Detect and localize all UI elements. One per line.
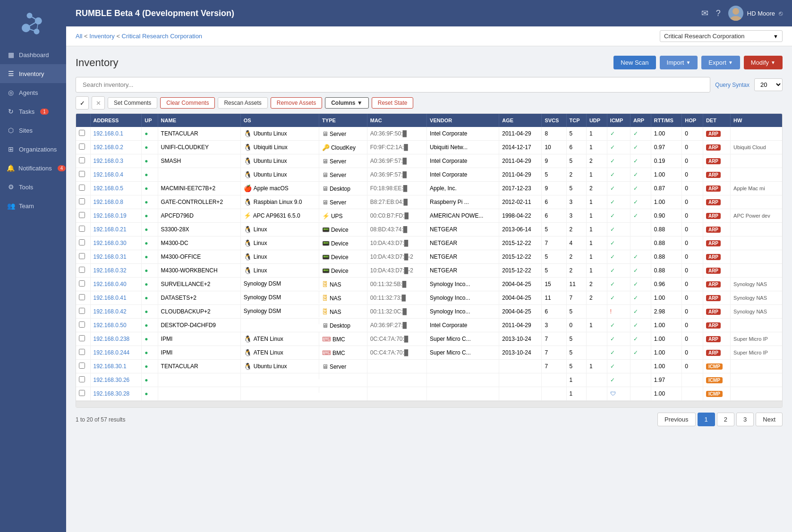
sidebar-item-organizations[interactable]: ⊞ Organizations [0, 140, 66, 159]
col-age[interactable]: AGE [499, 114, 542, 127]
email-icon[interactable]: ✉ [701, 8, 708, 18]
row-checkbox[interactable] [79, 239, 85, 245]
cell-address[interactable]: 192.168.0.31 [90, 250, 142, 264]
row-checkbox[interactable] [79, 267, 85, 273]
page-size-select[interactable]: 20 50 100 [754, 78, 783, 91]
rescan-assets-button[interactable]: Rescan Assets [218, 97, 267, 109]
col-mac[interactable]: MAC [367, 114, 426, 127]
remove-assets-button[interactable]: Remove Assets [271, 97, 322, 109]
breadcrumb-sep2: < [115, 33, 122, 40]
col-address[interactable]: ADDRESS [90, 114, 142, 127]
col-name[interactable]: NAME [158, 114, 240, 127]
sidebar-item-dashboard[interactable]: ▦ Dashboard [0, 45, 66, 64]
breadcrumb-org[interactable]: Critical Research Corporation [122, 33, 203, 40]
cell-address[interactable]: 192.168.0.19 [90, 209, 142, 223]
row-checkbox[interactable] [79, 253, 85, 259]
row-checkbox[interactable] [79, 198, 85, 204]
sidebar-item-notifications[interactable]: 🔔 Notifications 4 [0, 159, 66, 177]
sidebar-item-sites[interactable]: ⬡ Sites [0, 121, 66, 140]
cell-address[interactable]: 192.168.0.21 [90, 223, 142, 236]
sidebar-item-team[interactable]: 👥 Team [0, 196, 66, 215]
row-checkbox[interactable] [79, 376, 85, 382]
col-vendor[interactable]: VENDOR [427, 114, 499, 127]
col-hop[interactable]: HOP [682, 114, 703, 127]
col-os[interactable]: OS [240, 114, 319, 127]
col-rtt[interactable]: RTT/MS [651, 114, 681, 127]
row-checkbox[interactable] [79, 280, 85, 287]
col-svcs[interactable]: SVCS [542, 114, 566, 127]
cell-hop: 0 [682, 291, 703, 305]
cell-address[interactable]: 192.168.0.238 [90, 332, 142, 346]
row-checkbox[interactable] [79, 212, 85, 218]
cell-address[interactable]: 192.168.30.1 [90, 360, 142, 373]
cell-rtt: 0.88 [651, 236, 681, 250]
cell-address[interactable]: 192.168.0.8 [90, 195, 142, 209]
sidebar-item-agents[interactable]: ◎ Agents [0, 83, 66, 102]
row-checkbox[interactable] [79, 130, 85, 136]
cell-address[interactable]: 192.168.0.30 [90, 236, 142, 250]
breadcrumb-inventory[interactable]: Inventory [89, 33, 114, 40]
row-checkbox[interactable] [79, 157, 85, 163]
set-comments-button[interactable]: Set Comments [108, 97, 157, 109]
cell-address[interactable]: 192.168.0.2 [90, 141, 142, 154]
row-checkbox[interactable] [79, 294, 85, 300]
cell-address[interactable]: 192.168.0.3 [90, 154, 142, 168]
row-checkbox[interactable] [79, 390, 85, 396]
row-checkbox[interactable] [79, 335, 85, 341]
sidebar-item-label: Dashboard [19, 51, 49, 59]
cell-address[interactable]: 192.168.0.5 [90, 182, 142, 195]
col-icmp[interactable]: ICMP [607, 114, 630, 127]
cell-address[interactable]: 192.168.0.50 [90, 319, 142, 332]
columns-button[interactable]: Columns ▼ [325, 97, 369, 109]
page-1-button[interactable]: 1 [698, 413, 715, 426]
new-scan-button[interactable]: New Scan [613, 56, 656, 69]
row-checkbox[interactable] [79, 185, 85, 191]
export-button[interactable]: Export ▼ [701, 56, 740, 69]
deselect-button[interactable]: ✕ [92, 96, 105, 110]
help-icon[interactable]: ? [716, 8, 721, 18]
row-checkbox[interactable] [79, 363, 85, 369]
header-buttons: New Scan Import ▼ Export ▼ Modify ▼ [613, 56, 783, 69]
cell-udp: 1 [586, 127, 607, 141]
col-hw[interactable]: HW [731, 114, 782, 127]
select-all-checkbox[interactable]: ✓ [76, 96, 89, 110]
col-udp[interactable]: UDP [586, 114, 607, 127]
row-checkbox[interactable] [79, 226, 85, 232]
breadcrumb-all[interactable]: All [76, 33, 82, 40]
cell-address[interactable]: 192.168.0.42 [90, 305, 142, 319]
row-checkbox[interactable] [79, 308, 85, 314]
import-button[interactable]: Import ▼ [660, 56, 698, 69]
sidebar-item-tools[interactable]: ⚙ Tools [0, 177, 66, 196]
modify-button[interactable]: Modify ▼ [744, 56, 783, 69]
cell-address[interactable]: 192.168.30.26 [90, 373, 142, 387]
cell-address[interactable]: 192.168.0.244 [90, 346, 142, 360]
next-page-button[interactable]: Next [756, 413, 783, 426]
col-type[interactable]: TYPE [319, 114, 367, 127]
cell-address[interactable]: 192.168.0.32 [90, 264, 142, 278]
reset-state-button[interactable]: Reset State [372, 97, 414, 109]
search-input[interactable] [76, 77, 710, 93]
cell-address[interactable]: 192.168.0.1 [90, 127, 142, 141]
query-syntax-link[interactable]: Query Syntax [715, 82, 749, 88]
logout-icon[interactable]: ⎋ [779, 9, 783, 17]
cell-address[interactable]: 192.168.30.28 [90, 387, 142, 401]
sidebar-item-inventory[interactable]: ☰ Inventory [0, 64, 66, 83]
col-arp[interactable]: ARP [630, 114, 651, 127]
page-3-button[interactable]: 3 [736, 413, 754, 426]
row-checkbox[interactable] [79, 144, 85, 150]
org-selector[interactable]: Critical Research Corporation ▼ [660, 30, 783, 42]
row-checkbox[interactable] [79, 349, 85, 355]
sidebar-item-tasks[interactable]: ↻ Tasks 1 [0, 102, 66, 121]
cell-address[interactable]: 192.168.0.41 [90, 291, 142, 305]
page-2-button[interactable]: 2 [717, 413, 734, 426]
row-checkbox[interactable] [79, 321, 85, 328]
cell-address[interactable]: 192.168.0.40 [90, 278, 142, 291]
prev-page-button[interactable]: Previous [657, 413, 696, 426]
col-up[interactable]: UP [142, 114, 158, 127]
cell-address[interactable]: 192.168.0.4 [90, 168, 142, 182]
horizontal-scrollbar[interactable] [76, 401, 782, 407]
row-checkbox[interactable] [79, 171, 85, 177]
col-det[interactable]: DET [703, 114, 730, 127]
clear-comments-button[interactable]: Clear Comments [160, 97, 215, 109]
col-tcp[interactable]: TCP [566, 114, 586, 127]
